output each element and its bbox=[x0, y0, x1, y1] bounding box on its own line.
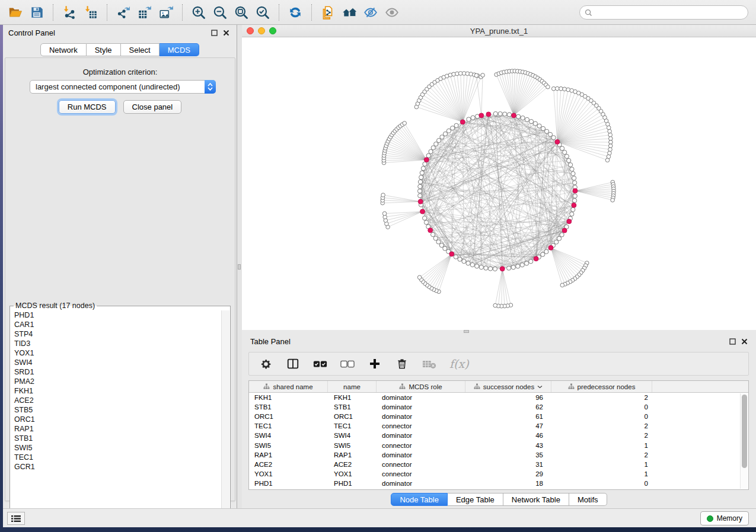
network-node[interactable] bbox=[439, 243, 444, 247]
network-node[interactable] bbox=[443, 246, 447, 251]
network-node[interactable] bbox=[493, 267, 497, 271]
network-node[interactable] bbox=[611, 198, 615, 203]
cell-predecessor-nodes[interactable]: 1 bbox=[551, 470, 652, 477]
column-settings-gear-icon[interactable] bbox=[259, 357, 273, 371]
float-panel-icon[interactable] bbox=[211, 30, 218, 36]
network-node[interactable] bbox=[570, 212, 574, 216]
network-node[interactable] bbox=[507, 113, 511, 117]
network-node[interactable] bbox=[433, 236, 438, 241]
network-node[interactable] bbox=[466, 261, 470, 265]
network-node[interactable] bbox=[541, 252, 545, 257]
column-header-name[interactable]: name bbox=[328, 381, 377, 392]
zoom-out-icon[interactable] bbox=[209, 2, 231, 23]
mcds-node[interactable] bbox=[418, 199, 423, 204]
cell-predecessor-nodes[interactable]: 0 bbox=[551, 403, 652, 411]
mcds-result-item[interactable]: ORC1 bbox=[11, 415, 221, 424]
close-panel-button[interactable]: Close panel bbox=[123, 100, 182, 114]
column-header-shared-name[interactable]: shared name bbox=[249, 381, 328, 392]
mcds-node[interactable] bbox=[460, 120, 465, 124]
network-node[interactable] bbox=[608, 148, 613, 152]
select-all-checkboxes-icon[interactable] bbox=[313, 357, 327, 371]
tab-style[interactable]: Style bbox=[87, 43, 121, 56]
vertical-splitter[interactable] bbox=[237, 25, 242, 508]
mcds-result-item[interactable]: STP4 bbox=[11, 329, 221, 339]
network-node[interactable] bbox=[573, 198, 577, 203]
cell-shared-name[interactable]: YOX1 bbox=[249, 470, 328, 477]
network-node[interactable] bbox=[481, 73, 485, 78]
network-node[interactable] bbox=[564, 154, 569, 158]
network-node[interactable] bbox=[446, 129, 451, 133]
cell-mcds-role[interactable]: dominator bbox=[377, 413, 465, 420]
tab-network[interactable]: Network bbox=[40, 43, 87, 56]
network-node[interactable] bbox=[503, 112, 507, 116]
cell-mcds-role[interactable]: dominator bbox=[377, 451, 465, 459]
cell-shared-name[interactable]: ORC1 bbox=[249, 413, 328, 420]
mcds-result-item[interactable]: TID3 bbox=[11, 339, 221, 348]
cell-successor-nodes[interactable]: 96 bbox=[465, 394, 551, 401]
network-node[interactable] bbox=[571, 172, 575, 176]
float-panel-icon[interactable] bbox=[729, 338, 736, 345]
network-node[interactable] bbox=[403, 121, 407, 126]
network-node[interactable] bbox=[434, 142, 438, 146]
cell-predecessor-nodes[interactable]: 2 bbox=[551, 394, 652, 401]
cell-predecessor-nodes[interactable]: 0 bbox=[551, 413, 652, 420]
network-node[interactable] bbox=[431, 232, 435, 236]
network-node[interactable] bbox=[545, 129, 549, 133]
network-node[interactable] bbox=[470, 262, 474, 267]
cell-shared-name[interactable]: STB1 bbox=[249, 403, 328, 411]
network-node[interactable] bbox=[458, 257, 462, 261]
criterion-dropdown[interactable]: largest connected component (undirected) bbox=[30, 80, 216, 94]
network-node[interactable] bbox=[571, 207, 575, 211]
network-node[interactable] bbox=[557, 236, 562, 241]
network-node[interactable] bbox=[507, 266, 511, 270]
tab-select[interactable]: Select bbox=[121, 43, 160, 56]
cell-predecessor-nodes[interactable]: 2 bbox=[551, 451, 652, 459]
network-node[interactable] bbox=[426, 153, 430, 158]
column-header-predecessor-nodes[interactable]: predecessor nodes bbox=[551, 381, 652, 392]
cell-shared-name[interactable]: SWI5 bbox=[249, 442, 328, 449]
network-node[interactable] bbox=[471, 116, 475, 120]
cell-successor-nodes[interactable]: 29 bbox=[465, 470, 551, 477]
network-node[interactable] bbox=[420, 171, 424, 175]
network-node[interactable] bbox=[605, 158, 610, 162]
home-icon[interactable] bbox=[339, 2, 360, 23]
mcds-result-list[interactable]: PHD1CAR1STP4TID3YOX1SWI4SRD1PMA2FKH1ACE2… bbox=[11, 310, 221, 520]
network-node[interactable] bbox=[533, 121, 537, 126]
mcds-result-item[interactable]: TEC1 bbox=[11, 453, 221, 462]
cell-name[interactable]: PHD1 bbox=[328, 480, 377, 487]
network-node[interactable] bbox=[559, 86, 563, 91]
mcds-result-item[interactable]: GCR1 bbox=[11, 462, 221, 472]
network-node[interactable] bbox=[609, 140, 613, 145]
tab-mcds[interactable]: MCDS bbox=[160, 43, 199, 56]
network-node[interactable] bbox=[554, 240, 559, 244]
mcds-result-item[interactable]: FKH1 bbox=[11, 386, 221, 396]
network-node[interactable] bbox=[443, 132, 447, 136]
cell-predecessor-nodes[interactable]: 2 bbox=[551, 432, 652, 439]
cell-predecessor-nodes[interactable]: 0 bbox=[551, 480, 652, 487]
zoom-in-icon[interactable] bbox=[188, 2, 209, 23]
mcds-list-scrollbar[interactable] bbox=[221, 310, 229, 520]
mcds-result-item[interactable]: RAP1 bbox=[11, 424, 221, 434]
show-all-eye-icon[interactable] bbox=[381, 2, 403, 23]
tab-motifs[interactable]: Motifs bbox=[569, 493, 607, 506]
mcds-node[interactable] bbox=[420, 209, 425, 214]
mcds-node[interactable] bbox=[500, 267, 505, 271]
mcds-node[interactable] bbox=[428, 228, 433, 233]
mcds-result-item[interactable]: STB5 bbox=[11, 405, 221, 415]
network-node[interactable] bbox=[493, 303, 497, 307]
cell-shared-name[interactable]: TEC1 bbox=[249, 422, 328, 430]
network-node[interactable] bbox=[573, 194, 577, 198]
network-node[interactable] bbox=[479, 265, 483, 270]
mcds-result-item[interactable]: SWI4 bbox=[11, 358, 221, 367]
cell-successor-nodes[interactable]: 47 bbox=[465, 422, 551, 430]
network-node[interactable] bbox=[424, 220, 428, 225]
network-node[interactable] bbox=[511, 265, 515, 270]
cell-name[interactable]: STB1 bbox=[328, 403, 377, 411]
cell-successor-nodes[interactable]: 46 bbox=[465, 432, 551, 439]
cell-predecessor-nodes[interactable]: 2 bbox=[551, 422, 652, 430]
network-node[interactable] bbox=[421, 166, 425, 171]
network-node[interactable] bbox=[572, 176, 576, 180]
network-node[interactable] bbox=[573, 181, 577, 185]
mcds-node[interactable] bbox=[567, 219, 572, 224]
network-node[interactable] bbox=[454, 255, 458, 259]
